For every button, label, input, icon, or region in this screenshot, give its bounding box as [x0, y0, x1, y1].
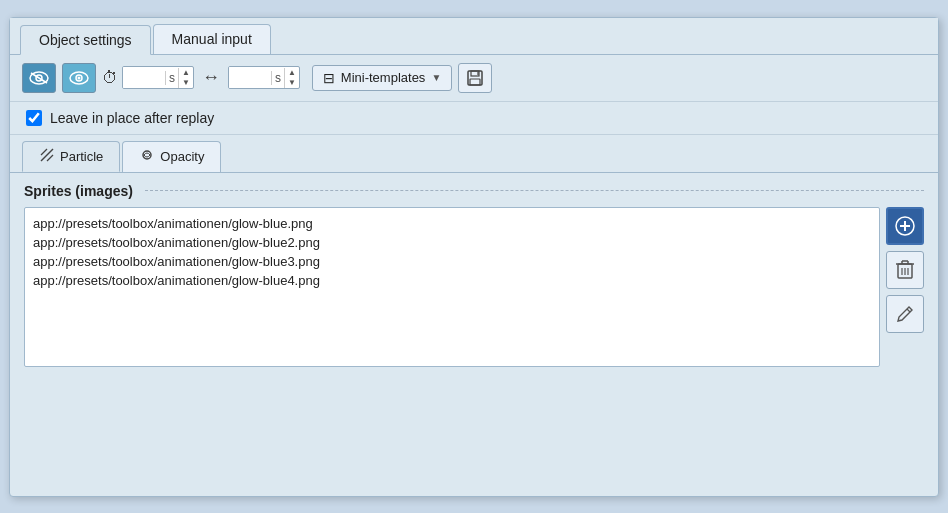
hide-icon-btn[interactable]: [22, 63, 56, 93]
tab-particle[interactable]: Particle: [22, 141, 120, 172]
checkbox-row: Leave in place after replay: [10, 102, 938, 135]
tab-manual-input[interactable]: Manual input: [153, 24, 271, 54]
tab-opacity[interactable]: Opacity: [122, 141, 221, 172]
mini-templates-icon: ⊟: [323, 70, 335, 86]
width-separator-icon: ↔: [202, 67, 220, 88]
pen-icon: [895, 304, 915, 324]
svg-line-12: [47, 155, 53, 161]
list-item[interactable]: app://presets/toolbox/animationen/glow-b…: [33, 233, 871, 252]
delete-sprite-button[interactable]: [886, 251, 924, 289]
width-down[interactable]: ▼: [285, 78, 299, 88]
save-icon: [465, 68, 485, 88]
save-button[interactable]: [458, 63, 492, 93]
tab-particle-label: Particle: [60, 149, 103, 164]
sub-tab-bar: Particle Opacity: [10, 135, 938, 173]
sprites-container: app://presets/toolbox/animationen/glow-b…: [24, 207, 924, 367]
particle-icon: [39, 147, 55, 166]
width-input[interactable]: 1.75: [229, 67, 271, 88]
svg-line-25: [907, 309, 910, 312]
show-icon-btn[interactable]: [62, 63, 96, 93]
sprites-list: app://presets/toolbox/animationen/glow-b…: [24, 207, 880, 367]
sprites-actions: [886, 207, 924, 367]
edit-sprite-button[interactable]: [886, 295, 924, 333]
duration-unit: s: [165, 71, 178, 85]
crossed-eye-icon: [29, 71, 49, 85]
clock-icon: ⏱: [102, 69, 118, 87]
list-item[interactable]: app://presets/toolbox/animationen/glow-b…: [33, 252, 871, 271]
svg-line-11: [41, 149, 47, 155]
mini-templates-button[interactable]: ⊟ Mini-templates ▼: [312, 65, 452, 91]
duration-up[interactable]: ▲: [179, 68, 193, 78]
opacity-icon: [139, 147, 155, 166]
width-spinner[interactable]: 1.75 s ▲ ▼: [228, 66, 300, 89]
add-icon: [894, 215, 916, 237]
tab-opacity-label: Opacity: [160, 149, 204, 164]
content-area: Sprites (images) app://presets/toolbox/a…: [10, 173, 938, 377]
leave-in-place-label[interactable]: Leave in place after replay: [50, 110, 214, 126]
toolbar: ⏱ 9.5 s ▲ ▼ ↔ 1.75 s ▲ ▼: [10, 55, 938, 102]
sprites-section-title: Sprites (images): [24, 183, 924, 199]
duration-group: ⏱ 9.5 s ▲ ▼: [102, 66, 194, 89]
width-group: 1.75 s ▲ ▼: [228, 66, 300, 89]
list-item[interactable]: app://presets/toolbox/animationen/glow-b…: [33, 214, 871, 233]
trash-icon: [895, 259, 915, 281]
width-up[interactable]: ▲: [285, 68, 299, 78]
duration-down[interactable]: ▼: [179, 78, 193, 88]
list-item[interactable]: app://presets/toolbox/animationen/glow-b…: [33, 271, 871, 290]
main-tab-bar: Object settings Manual input: [10, 18, 938, 55]
svg-line-10: [41, 149, 53, 161]
chevron-down-icon: ▼: [431, 72, 441, 83]
duration-spinner[interactable]: 9.5 s ▲ ▼: [122, 66, 194, 89]
svg-rect-8: [470, 79, 480, 85]
duration-input[interactable]: 9.5: [123, 67, 165, 88]
svg-point-5: [78, 76, 81, 79]
mini-templates-label: Mini-templates: [341, 70, 426, 85]
leave-in-place-checkbox[interactable]: [26, 110, 42, 126]
eye-icon: [69, 71, 89, 85]
main-window: Object settings Manual input ⏱ 9.5: [9, 17, 939, 497]
width-unit: s: [271, 71, 284, 85]
width-arrows[interactable]: ▲ ▼: [284, 68, 299, 88]
add-sprite-button[interactable]: [886, 207, 924, 245]
duration-arrows[interactable]: ▲ ▼: [178, 68, 193, 88]
tab-object-settings[interactable]: Object settings: [20, 25, 151, 55]
